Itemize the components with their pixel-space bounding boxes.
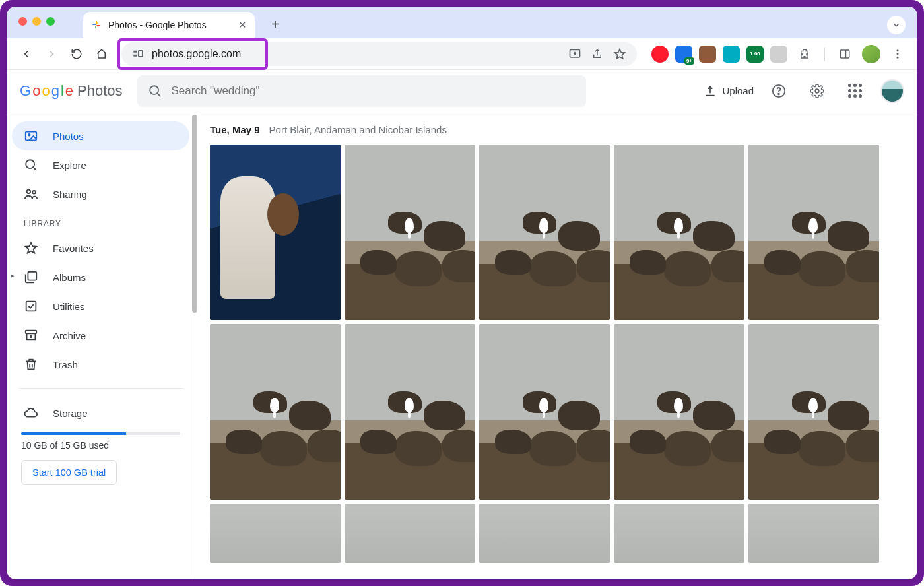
svg-point-18 [27, 190, 31, 194]
cloud-icon [24, 406, 38, 420]
sharing-icon [24, 187, 38, 201]
photo-grid-area: Tue, May 9 Port Blair, Andaman and Nicob… [195, 112, 917, 579]
photo-thumbnail[interactable] [479, 324, 610, 500]
photo-thumbnail[interactable] [345, 324, 475, 500]
help-button[interactable] [766, 78, 792, 104]
photo-thumbnail[interactable] [479, 145, 610, 320]
photo-grid [210, 145, 903, 563]
extensions-button[interactable] [794, 44, 815, 65]
extension-teal-icon[interactable] [723, 46, 740, 63]
site-info-icon[interactable] [131, 48, 145, 60]
photo-thumbnail[interactable] [479, 504, 610, 563]
photo-thumbnail[interactable] [614, 504, 744, 563]
sidebar-item-explore[interactable]: Explore [12, 150, 189, 179]
photo-thumbnail[interactable] [210, 145, 341, 320]
google-apps-button[interactable] [842, 78, 869, 104]
albums-icon [24, 270, 38, 284]
svg-rect-2 [139, 50, 143, 56]
sidebar-item-sharing[interactable]: Sharing [12, 179, 189, 209]
svg-point-7 [897, 53, 899, 55]
chrome-menu-button[interactable] [887, 44, 908, 65]
side-panel-button[interactable] [834, 44, 855, 65]
photo-thumbnail[interactable] [748, 504, 879, 563]
sidebar-item-storage[interactable]: Storage [21, 401, 180, 426]
forward-button[interactable] [41, 44, 62, 65]
extension-brown-icon[interactable] [699, 46, 716, 63]
location-label: Port Blair, Andaman and Nicobar Islands [269, 124, 447, 135]
svg-rect-21 [26, 302, 36, 311]
close-window-button[interactable] [18, 17, 27, 26]
close-tab-icon[interactable]: ✕ [238, 19, 247, 31]
svg-point-16 [26, 160, 34, 168]
sidebar-item-photos[interactable]: Photos [12, 121, 189, 150]
sidebar-item-favorites[interactable]: Favorites [12, 234, 189, 263]
extension-gray-icon[interactable] [770, 46, 787, 63]
upload-button[interactable]: Upload [704, 84, 754, 98]
svg-rect-1 [133, 54, 137, 56]
maximize-window-button[interactable] [46, 17, 55, 26]
photo-thumbnail[interactable] [748, 324, 879, 500]
settings-button[interactable] [804, 78, 830, 104]
sidebar-item-albums[interactable]: Albums [12, 263, 189, 292]
tab-title: Photos - Google Photos [108, 20, 207, 30]
extension-green-icon[interactable]: 1.00 [746, 46, 764, 63]
window-controls [18, 17, 55, 26]
google-photos-logo[interactable]: Google Photos [20, 82, 123, 100]
url-text: photos.google.com [152, 48, 241, 60]
sidebar-item-trash[interactable]: Trash [12, 350, 189, 379]
photos-icon [24, 129, 38, 143]
address-bar[interactable]: photos.google.com [121, 42, 637, 66]
library-section-label: LIBRARY [12, 209, 189, 234]
svg-point-12 [778, 93, 779, 94]
svg-point-9 [150, 86, 158, 94]
browser-toolbar: photos.google.com 9+ 1.00 [7, 38, 917, 70]
search-box[interactable] [137, 75, 586, 107]
home-button[interactable] [91, 44, 112, 65]
sidebar: Photos Explore Sharing LIBRARY Favorites [7, 112, 195, 579]
photo-thumbnail[interactable] [210, 504, 341, 563]
sidebar-scrollbar-thumb[interactable] [192, 115, 197, 313]
trash-icon [24, 357, 38, 372]
photo-thumbnail[interactable] [345, 145, 475, 320]
start-trial-button[interactable]: Start 100 GB trial [21, 460, 117, 485]
back-button[interactable] [16, 44, 37, 65]
sidebar-item-archive[interactable]: Archive [12, 321, 189, 350]
bookmark-star-icon[interactable] [612, 46, 628, 62]
minimize-window-button[interactable] [32, 17, 41, 26]
storage-progress-fill [21, 432, 126, 435]
storage-used-text: 10 GB of 15 GB used [21, 440, 180, 451]
address-bar-actions [567, 46, 628, 62]
profile-avatar[interactable] [862, 45, 880, 63]
upload-label: Upload [722, 85, 754, 96]
share-icon[interactable] [589, 46, 605, 62]
photo-thumbnail[interactable] [748, 145, 879, 320]
extension-blue-icon[interactable]: 9+ [675, 46, 692, 63]
svg-line-10 [157, 93, 160, 96]
photo-thumbnail[interactable] [345, 504, 475, 563]
search-icon [24, 158, 38, 172]
sidebar-item-label: Albums [53, 272, 86, 283]
photo-thumbnail[interactable] [614, 145, 744, 320]
header-actions: Upload [704, 78, 904, 104]
extension-badge: 9+ [684, 57, 694, 65]
extension-opera-icon[interactable] [651, 46, 669, 63]
star-icon [24, 241, 38, 255]
svg-rect-22 [26, 331, 37, 334]
sidebar-item-utilities[interactable]: Utilities [12, 292, 189, 321]
tabs-dropdown-button[interactable] [887, 16, 906, 34]
svg-point-15 [28, 134, 30, 136]
search-icon [148, 84, 162, 98]
photo-thumbnail[interactable] [210, 324, 341, 500]
svg-rect-0 [133, 50, 137, 52]
install-app-icon[interactable] [567, 46, 583, 62]
sidebar-item-label: Photos [53, 131, 84, 142]
search-input[interactable] [172, 84, 576, 98]
date-label: Tue, May 9 [210, 124, 260, 135]
photo-thumbnail[interactable] [614, 324, 744, 500]
browser-tab[interactable]: Photos - Google Photos ✕ [83, 12, 255, 38]
new-tab-button[interactable]: + [264, 13, 286, 36]
account-avatar[interactable] [880, 79, 904, 103]
reload-button[interactable] [66, 44, 87, 65]
sidebar-divider [18, 388, 183, 389]
svg-point-13 [815, 89, 819, 93]
